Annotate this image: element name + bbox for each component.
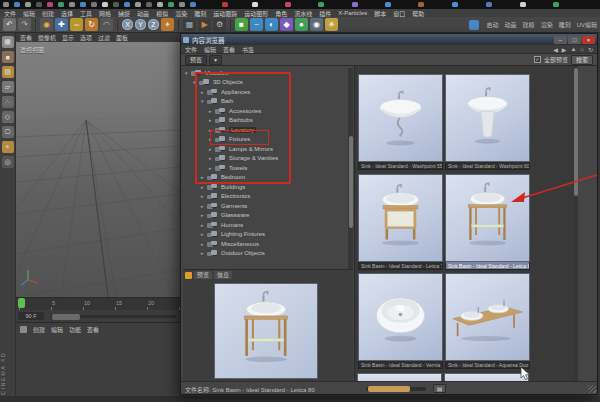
preview-tab[interactable]: 预览: [194, 271, 212, 279]
tool-lock-x[interactable]: X: [122, 19, 133, 30]
search-button[interactable]: 搜索: [571, 55, 593, 65]
tree-scrollbar-thumb[interactable]: [349, 136, 353, 228]
layout-tab[interactable]: 建模: [523, 20, 535, 30]
side-tool-edges-mode[interactable]: ◇: [2, 111, 14, 123]
viewport-menu-item[interactable]: 显示: [62, 33, 74, 42]
range-end-field[interactable]: 90 F: [18, 312, 44, 320]
asset-thumbnail[interactable]: Sink Basin - Ideal Standard - Letica 75: [358, 174, 443, 270]
taskbar-app-icon[interactable]: [385, 2, 391, 7]
side-tool-undo-history[interactable]: ▦: [2, 36, 14, 48]
asset-thumbnail[interactable]: Sink - Ideal Standard - Washpoint 55: [358, 74, 443, 170]
side-tool-polygons-mode[interactable]: ⎔: [2, 126, 14, 138]
tool-add-light[interactable]: ☀: [325, 18, 338, 31]
taskbar-app-icon[interactable]: [157, 2, 163, 7]
taskbar-app-icon[interactable]: [486, 2, 492, 7]
tool-add-generator[interactable]: ◐: [265, 18, 278, 31]
taskbar-app-icon[interactable]: [113, 2, 119, 7]
taskbar-app-icon[interactable]: [102, 2, 108, 7]
viewport-menu-item[interactable]: 面板: [116, 33, 128, 42]
taskbar-app-icon[interactable]: [252, 2, 258, 7]
viewport-menu-item[interactable]: 查看: [20, 33, 32, 42]
preview-all-checkbox[interactable]: ✓: [534, 56, 541, 63]
preview-tab[interactable]: 信息: [214, 271, 232, 279]
tool-coord-system[interactable]: ⌖: [161, 18, 174, 31]
tree-item[interactable]: ▸ Electronics: [183, 192, 347, 202]
taskbar-app-icon[interactable]: [452, 2, 458, 7]
taskbar-app-icon[interactable]: [91, 2, 97, 7]
layout-tab[interactable]: 动画: [505, 20, 517, 30]
browser-nav-icon[interactable]: ◀: [553, 46, 558, 53]
tool-render-settings[interactable]: ⚙: [213, 18, 226, 31]
side-tool-workplane-mode[interactable]: ▱: [2, 81, 14, 93]
browser-titlebar[interactable]: 内容浏览器 −□×: [181, 34, 597, 45]
window-button[interactable]: ×: [582, 36, 595, 44]
side-tool-viewport-filter[interactable]: ◎: [2, 156, 14, 168]
layout-cube-icon[interactable]: [469, 20, 479, 30]
layout-tab[interactable]: 雕刻: [559, 20, 571, 30]
taskbar-app-icon[interactable]: [124, 2, 130, 7]
tool-scale[interactable]: ⇔: [70, 18, 83, 31]
layout-tab[interactable]: 渲染: [541, 20, 553, 30]
taskbar-app-icon[interactable]: [58, 2, 64, 7]
tree-item[interactable]: ▸ Humans: [183, 220, 347, 230]
tool-add-environment[interactable]: ●: [295, 18, 308, 31]
material-menu-item[interactable]: 功能: [69, 325, 81, 334]
tool-render-picture-viewer[interactable]: ▶: [198, 18, 211, 31]
taskbar-app-icon[interactable]: [168, 2, 174, 7]
taskbar-app-icon[interactable]: [36, 2, 42, 7]
taskbar-app-icon[interactable]: [135, 2, 141, 7]
tool-rotate[interactable]: ↻: [85, 18, 98, 31]
tool-add-spline[interactable]: ~: [250, 18, 263, 31]
side-tool-model-mode[interactable]: ■: [2, 51, 14, 63]
browser-nav-icon[interactable]: ▶: [562, 46, 567, 53]
taskbar-app-icon[interactable]: [69, 2, 75, 7]
tool-undo[interactable]: ↶: [3, 18, 16, 31]
side-tool-texture-mode[interactable]: ▨: [2, 66, 14, 78]
path-dropdown-arrow[interactable]: ▾: [209, 55, 222, 65]
asset-thumbnail[interactable]: Sink Basin - Ideal Standard - Vernia: [358, 273, 443, 369]
window-button[interactable]: □: [568, 36, 581, 44]
asset-thumbnail[interactable]: Sink - Ideal Standard - Washpoint 60: [445, 74, 530, 170]
side-tool-enable-axis[interactable]: ⌖: [2, 141, 14, 153]
thumbnail-size-thumb[interactable]: [368, 386, 410, 392]
taskbar-app-icon[interactable]: [520, 2, 526, 7]
taskbar-app-icon[interactable]: [47, 2, 53, 7]
viewport[interactable]: 透视视图: [16, 42, 180, 297]
tool-add-camera[interactable]: ◉: [310, 18, 323, 31]
browser-nav-icon[interactable]: ⌂: [580, 46, 584, 53]
browser-menu-item[interactable]: 查看: [223, 45, 235, 54]
taskbar-app-icon[interactable]: [146, 2, 152, 7]
tool-move[interactable]: ✚: [55, 18, 68, 31]
range-slider-thumb[interactable]: [52, 314, 80, 320]
taskbar-app-icon[interactable]: [318, 2, 324, 7]
tool-redo[interactable]: ↷: [18, 18, 31, 31]
taskbar-app-icon[interactable]: [179, 2, 185, 7]
tool-render-view[interactable]: ▦: [183, 18, 196, 31]
tree-scrollbar[interactable]: [348, 68, 353, 269]
tool-live-selection[interactable]: ◉: [40, 18, 53, 31]
path-dropdown[interactable]: 预置: [185, 55, 207, 65]
taskbar-app-icon[interactable]: [190, 2, 196, 7]
viewport-menu-item[interactable]: 过滤: [98, 33, 110, 42]
layout-tab[interactable]: 启动: [487, 20, 499, 30]
browser-nav-icon[interactable]: ▲: [570, 46, 576, 53]
taskbar-app-icon[interactable]: [80, 2, 86, 7]
tree-item[interactable]: ▸ Glassware: [183, 211, 347, 221]
tree-item[interactable]: ▸ Garments: [183, 201, 347, 211]
material-menu-item[interactable]: 查看: [87, 325, 99, 334]
taskbar-app-icon[interactable]: [25, 2, 31, 7]
layout-tab[interactable]: UV编辑: [577, 20, 597, 30]
taskbar-app-icon[interactable]: [352, 2, 358, 7]
window-button[interactable]: −: [554, 36, 567, 44]
grid-scrollbar[interactable]: [573, 66, 578, 381]
browser-nav-icon[interactable]: ↻: [588, 46, 593, 53]
taskbar-app-icon[interactable]: [222, 2, 228, 7]
thumbnail-size-slider[interactable]: [366, 387, 426, 391]
window-resize-grip[interactable]: [588, 385, 596, 393]
browser-menu-item[interactable]: 文件: [185, 45, 197, 54]
menu-item[interactable]: X-Particles: [338, 10, 367, 16]
taskbar-app-icon[interactable]: [3, 2, 9, 7]
taskbar-app-icon[interactable]: [285, 2, 291, 7]
tree-item[interactable]: ▸ Lighting Fixtures: [183, 230, 347, 240]
browser-menu-item[interactable]: 书签: [242, 45, 254, 54]
